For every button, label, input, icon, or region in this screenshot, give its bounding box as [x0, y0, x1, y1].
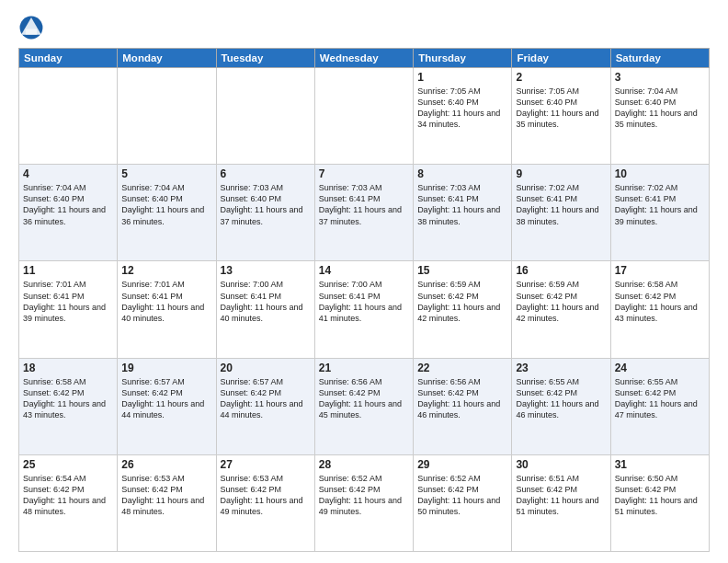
day-info: Sunrise: 6:54 AM Sunset: 6:42 PM Dayligh… — [23, 473, 113, 518]
day-number: 6 — [221, 167, 311, 180]
calendar-cell: 7Sunrise: 7:03 AM Sunset: 6:41 PM Daylig… — [314, 165, 413, 261]
day-number: 31 — [615, 458, 705, 471]
calendar-cell: 14Sunrise: 7:00 AM Sunset: 6:41 PM Dayli… — [314, 261, 413, 358]
dow-header: Thursday — [414, 49, 512, 68]
calendar-cell: 2Sunrise: 7:05 AM Sunset: 6:40 PM Daylig… — [512, 68, 610, 165]
day-info: Sunrise: 7:00 AM Sunset: 6:41 PM Dayligh… — [319, 279, 409, 324]
day-info: Sunrise: 6:52 AM Sunset: 6:42 PM Dayligh… — [319, 473, 409, 518]
calendar-cell: 26Sunrise: 6:53 AM Sunset: 6:42 PM Dayli… — [118, 454, 216, 551]
day-number: 21 — [319, 362, 409, 374]
day-number: 19 — [121, 362, 211, 374]
day-number: 2 — [516, 71, 606, 84]
day-number: 9 — [516, 167, 606, 180]
day-info: Sunrise: 7:01 AM Sunset: 6:41 PM Dayligh… — [121, 279, 211, 324]
day-info: Sunrise: 7:03 AM Sunset: 6:40 PM Dayligh… — [221, 182, 311, 227]
day-info: Sunrise: 6:58 AM Sunset: 6:42 PM Dayligh… — [23, 376, 113, 421]
calendar-cell: 8Sunrise: 7:03 AM Sunset: 6:41 PM Daylig… — [414, 165, 512, 261]
day-info: Sunrise: 7:03 AM Sunset: 6:41 PM Dayligh… — [417, 182, 507, 227]
day-info: Sunrise: 6:59 AM Sunset: 6:42 PM Dayligh… — [516, 279, 606, 324]
calendar-cell: 30Sunrise: 6:51 AM Sunset: 6:42 PM Dayli… — [512, 454, 610, 551]
day-info: Sunrise: 7:04 AM Sunset: 6:40 PM Dayligh… — [23, 182, 113, 227]
day-number: 24 — [615, 362, 705, 374]
calendar-cell: 20Sunrise: 6:57 AM Sunset: 6:42 PM Dayli… — [216, 358, 314, 454]
calendar-cell — [118, 68, 216, 165]
calendar-cell — [216, 68, 314, 165]
calendar-cell: 9Sunrise: 7:02 AM Sunset: 6:41 PM Daylig… — [512, 165, 610, 261]
calendar-cell: 3Sunrise: 7:04 AM Sunset: 6:40 PM Daylig… — [610, 68, 709, 165]
day-number: 13 — [221, 264, 311, 277]
calendar-cell: 5Sunrise: 7:04 AM Sunset: 6:40 PM Daylig… — [118, 165, 216, 261]
logo-icon — [18, 15, 44, 40]
day-number: 29 — [417, 458, 507, 471]
calendar-cell: 1Sunrise: 7:05 AM Sunset: 6:40 PM Daylig… — [414, 68, 512, 165]
day-info: Sunrise: 6:57 AM Sunset: 6:42 PM Dayligh… — [221, 376, 311, 421]
calendar-cell — [19, 68, 118, 165]
calendar-cell: 28Sunrise: 6:52 AM Sunset: 6:42 PM Dayli… — [314, 454, 413, 551]
calendar-cell — [314, 68, 413, 165]
dow-header: Monday — [118, 49, 216, 68]
calendar-cell: 4Sunrise: 7:04 AM Sunset: 6:40 PM Daylig… — [19, 165, 118, 261]
day-number: 1 — [417, 71, 507, 84]
calendar-week: 11Sunrise: 7:01 AM Sunset: 6:41 PM Dayli… — [19, 261, 710, 358]
day-info: Sunrise: 6:57 AM Sunset: 6:42 PM Dayligh… — [121, 376, 211, 421]
day-number: 28 — [319, 458, 409, 471]
day-number: 17 — [615, 264, 705, 277]
day-number: 22 — [417, 362, 507, 374]
day-info: Sunrise: 7:01 AM Sunset: 6:41 PM Dayligh… — [23, 279, 113, 324]
day-info: Sunrise: 6:55 AM Sunset: 6:42 PM Dayligh… — [516, 376, 606, 421]
day-number: 16 — [516, 264, 606, 277]
day-number: 4 — [23, 167, 113, 180]
day-number: 7 — [319, 167, 409, 180]
day-info: Sunrise: 6:56 AM Sunset: 6:42 PM Dayligh… — [319, 376, 409, 421]
calendar-cell: 11Sunrise: 7:01 AM Sunset: 6:41 PM Dayli… — [19, 261, 118, 358]
day-number: 11 — [23, 264, 113, 277]
day-number: 5 — [121, 167, 211, 180]
calendar-cell: 27Sunrise: 6:53 AM Sunset: 6:42 PM Dayli… — [216, 454, 314, 551]
calendar-cell: 23Sunrise: 6:55 AM Sunset: 6:42 PM Dayli… — [512, 358, 610, 454]
day-number: 14 — [319, 264, 409, 277]
calendar-cell: 17Sunrise: 6:58 AM Sunset: 6:42 PM Dayli… — [610, 261, 709, 358]
day-number: 27 — [221, 458, 311, 471]
day-number: 30 — [516, 458, 606, 471]
day-info: Sunrise: 7:02 AM Sunset: 6:41 PM Dayligh… — [615, 182, 705, 227]
svg-rect-2 — [26, 29, 37, 35]
calendar-cell: 15Sunrise: 6:59 AM Sunset: 6:42 PM Dayli… — [414, 261, 512, 358]
day-number: 25 — [23, 458, 113, 471]
calendar-cell: 31Sunrise: 6:50 AM Sunset: 6:42 PM Dayli… — [610, 454, 709, 551]
calendar-cell: 10Sunrise: 7:02 AM Sunset: 6:41 PM Dayli… — [610, 165, 709, 261]
calendar-cell: 13Sunrise: 7:00 AM Sunset: 6:41 PM Dayli… — [216, 261, 314, 358]
day-info: Sunrise: 6:52 AM Sunset: 6:42 PM Dayligh… — [417, 473, 507, 518]
day-number: 26 — [121, 458, 211, 471]
day-number: 23 — [516, 362, 606, 374]
day-info: Sunrise: 7:04 AM Sunset: 6:40 PM Dayligh… — [121, 182, 211, 227]
day-info: Sunrise: 6:55 AM Sunset: 6:42 PM Dayligh… — [615, 376, 705, 421]
day-info: Sunrise: 6:53 AM Sunset: 6:42 PM Dayligh… — [221, 473, 311, 518]
day-info: Sunrise: 6:58 AM Sunset: 6:42 PM Dayligh… — [615, 279, 705, 324]
dow-header: Saturday — [610, 49, 709, 68]
calendar-week: 1Sunrise: 7:05 AM Sunset: 6:40 PM Daylig… — [19, 68, 710, 165]
dow-header: Sunday — [19, 49, 118, 68]
day-number: 20 — [221, 362, 311, 374]
day-info: Sunrise: 7:04 AM Sunset: 6:40 PM Dayligh… — [615, 86, 705, 131]
calendar-cell: 12Sunrise: 7:01 AM Sunset: 6:41 PM Dayli… — [118, 261, 216, 358]
calendar-cell: 25Sunrise: 6:54 AM Sunset: 6:42 PM Dayli… — [19, 454, 118, 551]
calendar-cell: 19Sunrise: 6:57 AM Sunset: 6:42 PM Dayli… — [118, 358, 216, 454]
day-info: Sunrise: 7:02 AM Sunset: 6:41 PM Dayligh… — [516, 182, 606, 227]
day-info: Sunrise: 7:05 AM Sunset: 6:40 PM Dayligh… — [417, 86, 507, 131]
calendar-cell: 24Sunrise: 6:55 AM Sunset: 6:42 PM Dayli… — [610, 358, 709, 454]
dow-header: Friday — [512, 49, 610, 68]
calendar-cell: 22Sunrise: 6:56 AM Sunset: 6:42 PM Dayli… — [414, 358, 512, 454]
dow-header: Wednesday — [314, 49, 413, 68]
day-number: 15 — [417, 264, 507, 277]
day-number: 18 — [23, 362, 113, 374]
calendar-week: 25Sunrise: 6:54 AM Sunset: 6:42 PM Dayli… — [19, 454, 710, 551]
calendar-cell: 16Sunrise: 6:59 AM Sunset: 6:42 PM Dayli… — [512, 261, 610, 358]
calendar-week: 4Sunrise: 7:04 AM Sunset: 6:40 PM Daylig… — [19, 165, 710, 261]
day-number: 8 — [417, 167, 507, 180]
day-number: 3 — [615, 71, 705, 84]
calendar-cell: 18Sunrise: 6:58 AM Sunset: 6:42 PM Dayli… — [19, 358, 118, 454]
calendar-cell: 21Sunrise: 6:56 AM Sunset: 6:42 PM Dayli… — [314, 358, 413, 454]
day-info: Sunrise: 6:56 AM Sunset: 6:42 PM Dayligh… — [417, 376, 507, 421]
header — [18, 15, 710, 40]
calendar: SundayMondayTuesdayWednesdayThursdayFrid… — [18, 48, 710, 552]
